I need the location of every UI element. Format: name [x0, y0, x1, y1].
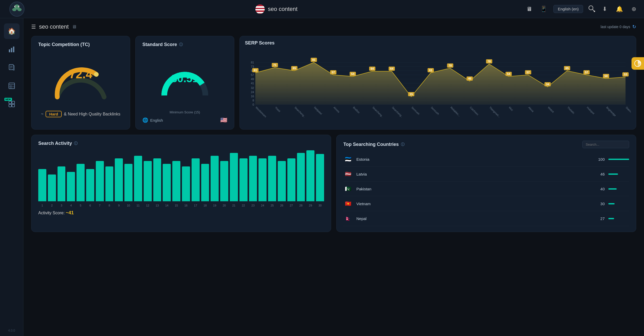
svg-text:Hubspot: Hubspot [586, 106, 595, 115]
country-bar-wrap [608, 173, 629, 175]
activity-label: 8 [105, 204, 113, 207]
language-selector[interactable]: English (en) [553, 5, 583, 13]
activity-label: 2 [48, 204, 56, 207]
activity-score: Activity Score: ~41 [38, 210, 324, 216]
ss-info-icon[interactable]: ⓘ [179, 42, 183, 47]
activity-bar [105, 166, 113, 201]
pie-chart-btn[interactable] [632, 57, 644, 70]
activity-bar [297, 153, 305, 201]
nav-flag [255, 4, 265, 14]
country-flag: 🇱🇻 [343, 169, 353, 179]
country-name: Estonia [356, 157, 592, 161]
countries-info-icon[interactable]: ⓘ [401, 142, 405, 147]
svg-rect-26 [12, 104, 15, 107]
sidebar-item-table[interactable] [4, 78, 20, 94]
activity-label: 13 [153, 204, 161, 207]
sidebar-item-reports[interactable] [4, 60, 20, 75]
tc-gauge-area: 72.4 [38, 51, 123, 109]
refresh-btn[interactable]: ↻ [632, 24, 636, 30]
svg-text:24: 24 [251, 91, 254, 94]
svg-text:81: 81 [312, 58, 315, 61]
activity-label: 24 [258, 204, 267, 207]
page-header: ☰ seo content 🖥 last update 0 days ↻ [31, 23, 636, 30]
activity-score-value: ~41 [66, 210, 74, 215]
mobile-view-btn[interactable]: 📱 [539, 4, 549, 14]
activity-label: 3 [58, 204, 66, 207]
country-flag: 🇵🇰 [343, 184, 353, 193]
activity-bar [115, 158, 123, 201]
activity-bar [38, 169, 46, 201]
svg-point-3 [17, 8, 22, 11]
activity-bar [67, 172, 75, 201]
country-score: 27 [595, 216, 605, 221]
activity-chart-area [38, 150, 324, 202]
sidebar-item-links[interactable]: NEW [4, 96, 20, 112]
logo [5, 1, 29, 17]
activity-info-icon[interactable]: ⓘ [74, 141, 78, 146]
svg-rect-25 [9, 104, 11, 107]
ss-value: 80.51 [171, 72, 198, 85]
svg-text:Semrush: Semrush [411, 106, 420, 115]
svg-text:Searcheng...: Searcheng... [294, 106, 306, 118]
country-score: 46 [595, 172, 605, 176]
svg-text:0: 0 [252, 103, 254, 106]
countries-list: 🇪🇪Estonia100🇱🇻Latvia46🇵🇰Pakistan40🇻🇳Viet… [343, 152, 629, 226]
country-row: 🇵🇰Pakistan40 [343, 182, 629, 196]
svg-point-27 [94, 72, 99, 77]
activity-card-title: Search Activity ⓘ [38, 141, 324, 146]
country-bar-wrap [608, 218, 629, 219]
layout: 🏠 NEW [0, 18, 644, 336]
download-btn[interactable]: ⬇ [600, 4, 610, 14]
activity-label: 12 [144, 204, 152, 207]
activity-bar [48, 175, 56, 201]
desktop-view-btn[interactable]: 🖥 [524, 4, 534, 14]
activity-label: 23 [249, 204, 257, 207]
notifications-btn[interactable]: 🔔 [614, 4, 624, 14]
svg-text:73: 73 [251, 65, 254, 68]
ss-card: Standard Score ⓘ 80.51 Minimum Score (15… [135, 36, 234, 130]
svg-text:41: 41 [251, 82, 254, 85]
country-bar [608, 159, 629, 160]
activity-bar [144, 161, 152, 201]
nav-right: 🖥 📱 English (en) ⬇ 🔔 ⊕ [524, 4, 639, 14]
activity-label: 7 [96, 204, 104, 207]
svg-text:50: 50 [604, 74, 608, 77]
activity-bar [230, 153, 238, 201]
activity-label: 22 [239, 204, 248, 207]
search-btn[interactable] [588, 5, 595, 14]
sidebar-item-analytics[interactable] [4, 42, 20, 57]
svg-text:Wordstream: Wordstream [255, 106, 267, 118]
user-menu-btn[interactable]: ⊕ [629, 4, 639, 14]
country-search-input[interactable] [582, 141, 629, 148]
sidebar-item-home[interactable]: 🏠 [4, 23, 20, 39]
country-name: Latvia [356, 172, 592, 176]
country-score: 30 [595, 202, 605, 206]
last-update-text: last update 0 days [601, 25, 630, 29]
svg-rect-13 [13, 47, 14, 52]
activity-bar [134, 156, 142, 201]
country-name: Pakistan [356, 187, 592, 191]
svg-text:Brightedge: Brightedge [606, 106, 617, 117]
country-row: 🇱🇻Latvia46 [343, 167, 629, 182]
svg-rect-11 [9, 49, 10, 52]
nav-title: seo content [268, 6, 298, 12]
svg-text:16: 16 [251, 95, 254, 98]
svg-point-6 [15, 6, 16, 7]
svg-text:Moz: Moz [508, 106, 514, 112]
activity-bar [182, 166, 190, 201]
menu-icon[interactable]: ☰ [31, 24, 36, 30]
activity-label: 4 [67, 204, 75, 207]
tc-label: ~ Hard & Need High Quality Backlinks [38, 111, 123, 117]
svg-text:57: 57 [585, 71, 588, 74]
activity-label: 29 [306, 204, 314, 207]
serp-card-title: SERP Scores [245, 40, 631, 46]
svg-text:Semrush: Semrush [430, 106, 440, 115]
country-row: 🇳🇵Nepal27 [343, 211, 629, 226]
activity-labels: 1234567891011121314151617181920212223242… [38, 204, 324, 207]
svg-point-2 [12, 8, 16, 11]
activity-label: 10 [124, 204, 132, 207]
svg-text:61: 61 [254, 69, 257, 72]
tc-value: 72.4 [69, 67, 92, 81]
activity-bar [124, 164, 132, 201]
activity-label: 6 [86, 204, 94, 207]
